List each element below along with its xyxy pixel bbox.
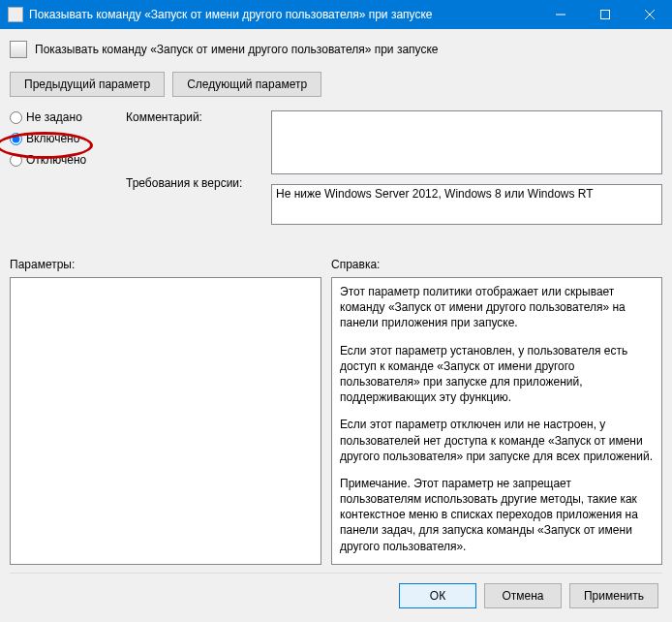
minimize-button[interactable] <box>538 0 583 29</box>
radio-not-configured-label: Не задано <box>26 110 82 124</box>
prev-setting-button[interactable]: Предыдущий параметр <box>10 72 165 97</box>
radio-enabled-label: Включено <box>26 132 79 145</box>
help-box[interactable]: Этот параметр политики отображает или ск… <box>331 277 662 565</box>
parameters-box[interactable] <box>10 277 321 565</box>
upper-grid: Не задано Включено Отключено Комментарий… <box>10 110 662 242</box>
maximize-button[interactable] <box>583 0 627 29</box>
svg-rect-1 <box>601 11 610 19</box>
policy-header: Показывать команду «Запуск от имени друг… <box>10 37 662 62</box>
close-button[interactable] <box>627 0 672 29</box>
labels-column: Комментарий: Требования к версии: <box>126 110 261 242</box>
comment-textarea[interactable] <box>271 110 662 174</box>
fields-column <box>271 110 662 242</box>
radio-enabled-input[interactable] <box>10 133 22 145</box>
nav-buttons: Предыдущий параметр Следующий параметр <box>10 72 662 97</box>
help-p2: Если этот параметр установлен, у пользов… <box>340 343 654 406</box>
radio-disabled-label: Отключено <box>26 153 86 167</box>
radio-not-configured[interactable]: Не задано <box>10 110 116 124</box>
help-label: Справка: <box>331 258 380 271</box>
titlebar: Показывать команду «Запуск от имени друг… <box>0 0 672 29</box>
cancel-button[interactable]: Отмена <box>484 583 562 608</box>
content-area: Показывать команду «Запуск от имени друг… <box>0 29 672 622</box>
apply-button[interactable]: Применить <box>569 583 658 608</box>
parameters-label: Параметры: <box>10 258 331 271</box>
radio-disabled-input[interactable] <box>10 154 22 167</box>
radio-enabled[interactable]: Включено <box>10 132 116 145</box>
help-p1: Этот параметр политики отображает или ск… <box>340 284 654 331</box>
radio-disabled[interactable]: Отключено <box>10 153 116 167</box>
section-labels: Параметры: Справка: <box>10 258 662 271</box>
app-icon <box>8 7 23 22</box>
next-setting-button[interactable]: Следующий параметр <box>172 72 321 97</box>
footer-buttons: ОК Отмена Применить <box>10 573 662 614</box>
radio-column: Не задано Включено Отключено <box>10 110 116 242</box>
policy-icon <box>10 41 27 58</box>
requirements-label: Требования к версии: <box>126 176 261 190</box>
ok-button[interactable]: ОК <box>399 583 476 608</box>
window-title: Показывать команду «Запуск от имени друг… <box>29 8 538 21</box>
lower-grid: Этот параметр политики отображает или ск… <box>10 277 662 565</box>
radio-not-configured-input[interactable] <box>10 111 22 124</box>
requirements-textarea[interactable] <box>271 184 662 225</box>
help-p3: Если этот параметр отключен или не настр… <box>340 417 654 464</box>
comment-label: Комментарий: <box>126 110 261 124</box>
help-p4: Примечание. Этот параметр не запрещает п… <box>340 476 654 554</box>
policy-title: Показывать команду «Запуск от имени друг… <box>35 43 438 56</box>
